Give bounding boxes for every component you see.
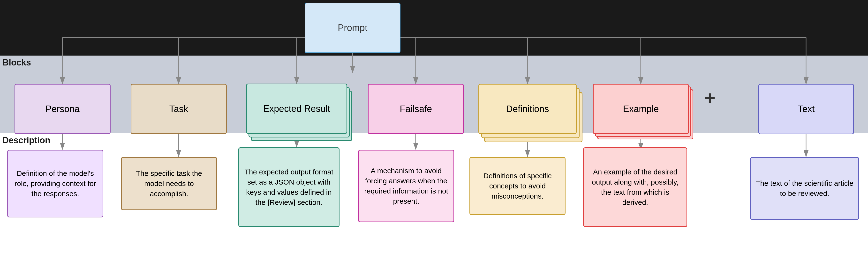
desc-failsafe: A mechanism to avoid forcing answers whe… (358, 150, 454, 222)
text-label: Text (798, 104, 815, 114)
diagram-container: Blocks Description (0, 0, 868, 258)
task-label: Task (169, 104, 188, 114)
failsafe-label: Failsafe (400, 104, 432, 114)
desc-persona-text: Definition of the model's role, providin… (13, 169, 98, 199)
desc-task: The specific task the model needs to acc… (121, 157, 217, 210)
desc-expected-result: The expected output format set as a JSON… (238, 147, 340, 227)
text-block[interactable]: Text (758, 84, 854, 134)
desc-definitions: Definitions of specific concepts to avoi… (469, 157, 565, 215)
desc-example: An example of the desired output along w… (583, 147, 687, 227)
expected-result-block[interactable]: Expected Result (246, 83, 347, 134)
expected-result-label: Expected Result (263, 104, 330, 114)
definitions-label: Definitions (506, 104, 549, 114)
top-section (0, 0, 868, 56)
task-block[interactable]: Task (131, 84, 227, 134)
prompt-label: Prompt (338, 23, 367, 33)
example-block[interactable]: Example (593, 84, 689, 134)
desc-example-text: An example of the desired output along w… (589, 167, 682, 208)
desc-definitions-text: Definitions of specific concepts to avoi… (475, 171, 560, 201)
prompt-box: Prompt (305, 3, 401, 53)
definitions-block[interactable]: Definitions (478, 84, 577, 134)
failsafe-block[interactable]: Failsafe (368, 84, 464, 134)
desc-task-text: The specific task the model needs to acc… (127, 169, 212, 199)
blocks-label: Blocks (2, 58, 31, 68)
desc-failsafe-text: A mechanism to avoid forcing answers whe… (364, 166, 448, 206)
desc-text-text: The text of the scientific article to be… (756, 178, 854, 198)
persona-block[interactable]: Persona (14, 84, 111, 134)
persona-label: Persona (45, 104, 80, 114)
desc-expected-result-text: The expected output format set as a JSON… (244, 167, 334, 208)
desc-text: The text of the scientific article to be… (750, 157, 859, 220)
plus-sign: + (704, 87, 716, 109)
description-label: Description (2, 135, 50, 145)
example-label: Example (623, 104, 659, 114)
desc-persona: Definition of the model's role, providin… (7, 150, 103, 217)
